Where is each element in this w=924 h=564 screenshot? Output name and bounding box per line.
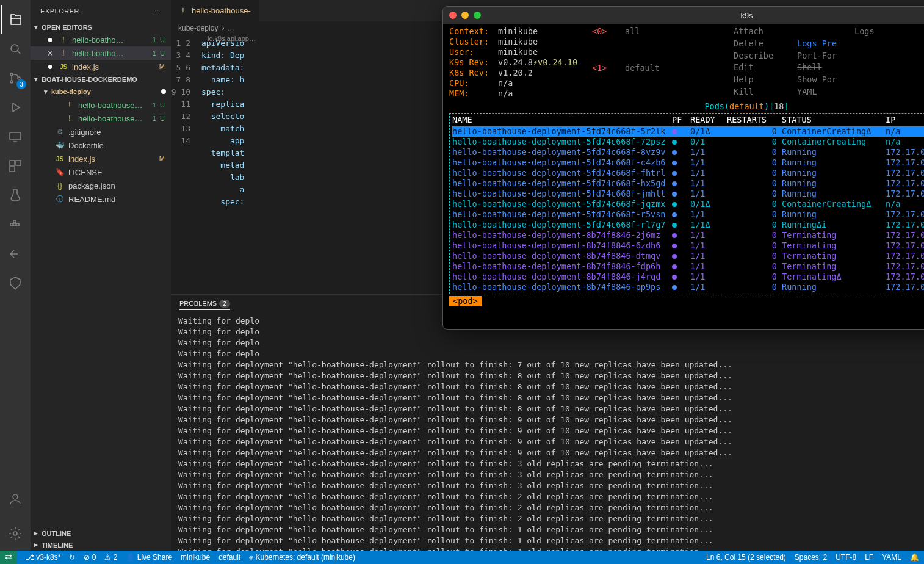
- terminal-output[interactable]: Waiting for deplo Waiting for deplo Wait…: [171, 314, 924, 551]
- k9s-prompt[interactable]: <pod>: [449, 296, 482, 306]
- indent-indicator[interactable]: Spaces: 2: [795, 553, 827, 562]
- docker-icon: 🐳: [55, 140, 65, 150]
- eol-indicator[interactable]: LF: [865, 553, 873, 562]
- k9s-header: Context:minikubeCluster:minikubeUser:min…: [449, 26, 924, 99]
- search-icon[interactable]: [1, 34, 30, 63]
- file-status: 1, U: [153, 49, 165, 57]
- js-icon: JS: [55, 154, 65, 164]
- live-share-button[interactable]: 👤 Live Share: [126, 553, 172, 562]
- branch-indicator[interactable]: ⎇ v3-k8s*: [26, 553, 60, 562]
- scm-icon[interactable]: 3: [1, 63, 30, 93]
- encoding-indicator[interactable]: UTF-8: [836, 553, 856, 562]
- editor-tab[interactable]: ! hello-boathouse-: [171, 0, 259, 21]
- open-editor-item[interactable]: ●!hello-boatho…1, U: [31, 33, 171, 46]
- pods-table[interactable]: NAMEPFREADYRESTARTSSTATUSIPNODEAGE hello…: [449, 113, 924, 294]
- pod-row[interactable]: hello-boathouse-deployment-8b74f8846-fdp…: [452, 261, 924, 272]
- js-icon: JS: [59, 62, 68, 71]
- json-icon: {}: [55, 181, 65, 190]
- pod-row[interactable]: hello-boathouse-deployment-8b74f8846-dtm…: [452, 251, 924, 261]
- context-indicator[interactable]: minikube: [181, 553, 210, 562]
- notifications-icon[interactable]: 🔔: [910, 553, 919, 562]
- sidebar-title: EXPLORER: [40, 7, 79, 15]
- tree-file[interactable]: {}package.json: [31, 179, 171, 192]
- svg-rect-10: [16, 223, 19, 226]
- pod-row[interactable]: hello-boathouse-deployment-5fd74c668f-jm…: [452, 189, 924, 199]
- svg-point-13: [13, 532, 17, 535]
- dirty-indicator: ●: [45, 63, 55, 70]
- open-editor-item[interactable]: ✕!hello-boatho…1, U: [31, 46, 171, 60]
- pod-row[interactable]: hello-boathouse-deployment-8b74f8846-j4r…: [452, 272, 924, 282]
- file-status: 1, U: [153, 101, 165, 109]
- tree-file[interactable]: !hello-boathouse…1, U: [31, 98, 171, 112]
- file-name: hello-boathouse…: [78, 101, 143, 110]
- svg-point-2: [10, 81, 13, 83]
- file-status: 1, U: [153, 36, 165, 43]
- file-status: M: [159, 63, 165, 70]
- workspace-section[interactable]: BOAT-HOUSE-DOCKERDEMO: [31, 73, 171, 85]
- traffic-lights[interactable]: [449, 12, 481, 19]
- settings-icon[interactable]: [1, 519, 30, 548]
- tab-title: hello-boathouse-: [192, 6, 251, 15]
- tree-file[interactable]: ⓘREADME.md: [31, 192, 171, 206]
- tree-file[interactable]: JSindex.jsM: [31, 152, 171, 165]
- warnings-count[interactable]: ⚠ 2: [104, 553, 117, 562]
- pod-row[interactable]: hello-boathouse-deployment-5fd74c668f-72…: [452, 137, 924, 147]
- pod-row[interactable]: hello-boathouse-deployment-8b74f8846-pp9…: [452, 282, 924, 292]
- file-name: hello-boatho…: [72, 49, 124, 58]
- remote-indicator[interactable]: ⮂: [0, 551, 17, 564]
- pod-row[interactable]: hello-boathouse-deployment-5fd74c668f-5r…: [452, 126, 924, 137]
- open-editors-section[interactable]: OPEN EDITORS: [31, 21, 171, 33]
- live-share-icon[interactable]: [1, 239, 30, 269]
- pod-row[interactable]: hello-boathouse-deployment-5fd74c668f-hx…: [452, 178, 924, 189]
- pod-row[interactable]: hello-boathouse-deployment-8b74f8846-2j6…: [452, 230, 924, 240]
- folder-modified-dot: [161, 89, 166, 94]
- testing-icon[interactable]: [1, 181, 30, 210]
- svg-point-12: [13, 494, 18, 499]
- kubernetes-indicator[interactable]: ⎈ Kubernetes: default (minikube): [249, 553, 355, 562]
- timeline-section[interactable]: TIMELINE: [31, 539, 171, 551]
- window-title: k9s: [740, 11, 753, 20]
- tree-file[interactable]: 🔖LICENSE: [31, 165, 171, 179]
- pod-row[interactable]: hello-boathouse-deployment-5fd74c668f-8v…: [452, 147, 924, 157]
- svg-rect-9: [13, 223, 16, 226]
- kubernetes-icon[interactable]: [1, 269, 30, 298]
- errors-count[interactable]: ⊘ 0: [84, 553, 96, 562]
- folder-kube-deploy[interactable]: kube-deploy: [31, 85, 171, 98]
- close-icon[interactable]: [449, 12, 457, 19]
- svg-rect-8: [10, 223, 13, 226]
- remote-explorer-icon[interactable]: [1, 122, 30, 151]
- problems-tab[interactable]: PROBLEMS2: [179, 300, 230, 310]
- pod-row[interactable]: hello-boathouse-deployment-5fd74c668f-fh…: [452, 168, 924, 178]
- accounts-icon[interactable]: [1, 485, 30, 514]
- gear-icon: ⚙: [55, 127, 65, 137]
- extensions-icon[interactable]: [1, 151, 30, 181]
- k9s-titlebar[interactable]: k9s ⌥⌘3: [443, 7, 924, 24]
- file-name: LICENSE: [68, 168, 103, 177]
- pod-row[interactable]: hello-boathouse-deployment-5fd74c668f-jq…: [452, 199, 924, 209]
- docker-icon[interactable]: [1, 210, 30, 239]
- pod-row[interactable]: hello-boathouse-deployment-5fd74c668f-rl…: [452, 220, 924, 230]
- tree-file[interactable]: 🐳Dockerfile: [31, 139, 171, 152]
- namespace-indicator[interactable]: default: [218, 553, 240, 562]
- language-indicator[interactable]: YAML: [882, 553, 901, 562]
- maximize-icon[interactable]: [474, 12, 481, 19]
- cursor-position[interactable]: Ln 6, Col 15 (2 selected): [706, 553, 786, 562]
- outline-section[interactable]: OUTLINE: [31, 527, 171, 539]
- tree-file[interactable]: ⚙.gitignore: [31, 125, 171, 139]
- svg-rect-7: [10, 167, 15, 172]
- minimize-icon[interactable]: [461, 12, 469, 19]
- explorer-icon[interactable]: [1, 5, 30, 34]
- open-editor-item[interactable]: ●JSindex.jsM: [31, 60, 171, 73]
- sidebar-more-icon[interactable]: ⋯: [154, 7, 162, 15]
- debug-icon[interactable]: [1, 93, 30, 122]
- close-icon[interactable]: ✕: [45, 49, 55, 58]
- pod-row[interactable]: hello-boathouse-deployment-5fd74c668f-r5…: [452, 209, 924, 220]
- activity-bar: 3: [0, 0, 31, 551]
- info-icon: ⓘ: [55, 194, 65, 204]
- explorer-sidebar: EXPLORER ⋯ OPEN EDITORS ●!hello-boatho…1…: [31, 0, 171, 551]
- pod-row[interactable]: hello-boathouse-deployment-5fd74c668f-c4…: [452, 157, 924, 168]
- pod-row[interactable]: hello-boathouse-deployment-8b74f8846-6zd…: [452, 240, 924, 251]
- tree-file[interactable]: !hello-boathouse…1, U: [31, 112, 171, 125]
- yaml-icon: !: [65, 114, 74, 123]
- sync-button[interactable]: ↻: [69, 553, 75, 562]
